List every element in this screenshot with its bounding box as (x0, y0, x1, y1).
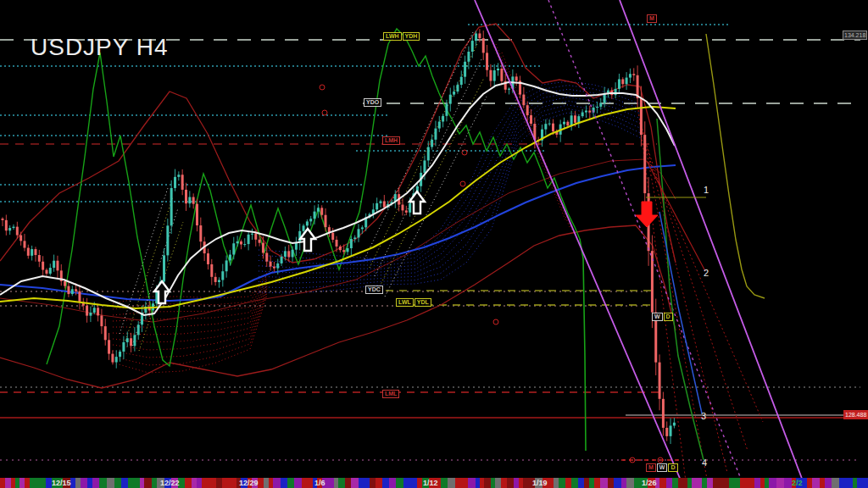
candle-up (358, 229, 360, 237)
strip-block (121, 478, 128, 488)
strip-block (359, 478, 365, 488)
candle-up (508, 89, 510, 90)
candle-up (442, 116, 444, 122)
candle-up (376, 203, 378, 209)
strip-block (345, 478, 351, 488)
candle-down (336, 240, 338, 247)
candle-up (453, 92, 455, 95)
candle-down (566, 122, 569, 126)
candle-down (210, 264, 213, 277)
candle-up (460, 77, 463, 85)
candle-up (629, 74, 632, 77)
strip-block (171, 478, 178, 488)
candle-down (262, 243, 264, 253)
candle-down (265, 252, 268, 261)
cloud-fill-row (113, 286, 267, 342)
candle-up (177, 175, 180, 177)
strip-block (857, 478, 864, 488)
strip-block (659, 478, 666, 488)
candle-up (423, 160, 426, 172)
strip-block (294, 478, 302, 488)
candle-down (331, 233, 334, 240)
candle-up (427, 147, 430, 161)
candle-up (174, 177, 176, 188)
candle-down (259, 240, 261, 243)
candle-down (500, 69, 503, 81)
candle-up (71, 289, 74, 294)
candle-up (314, 212, 316, 219)
candle-up (232, 243, 235, 254)
candle-down (75, 289, 77, 291)
candle-up (585, 111, 587, 113)
candle-down (640, 98, 643, 135)
candle-up (409, 203, 411, 213)
candle-down (515, 76, 518, 80)
candle-down (34, 249, 36, 255)
candle-up (456, 85, 459, 92)
candle-up (464, 62, 466, 77)
candle-up (445, 104, 448, 116)
candle-up (53, 261, 55, 268)
candle-up (236, 241, 239, 243)
candle-down (405, 210, 408, 212)
candle-down (27, 248, 30, 256)
candle-down (643, 135, 646, 193)
candle-up (218, 280, 220, 281)
strip-block (396, 478, 403, 488)
candle-up (163, 255, 165, 281)
strip-block (216, 478, 222, 488)
strip-block (468, 478, 476, 488)
candle-up (475, 33, 477, 41)
candle-down (588, 111, 591, 113)
projection-olive (706, 34, 765, 298)
strip-block (441, 478, 448, 488)
candle-up (563, 122, 565, 125)
candle-up (49, 268, 52, 274)
candle-up (618, 79, 620, 88)
candle-down (86, 306, 88, 316)
candle-down (214, 277, 217, 282)
chart-canvas[interactable] (0, 0, 868, 488)
candle-down (659, 363, 661, 399)
strip-block (812, 478, 820, 488)
up-arrow-icon (409, 191, 425, 214)
candle-up (431, 140, 433, 147)
strip-block (178, 478, 185, 488)
candle-up (225, 260, 228, 271)
strip-block (507, 478, 514, 488)
strip-block (202, 478, 209, 488)
strip-block (696, 478, 702, 488)
signal-marker (322, 110, 327, 115)
candle-up (615, 89, 617, 95)
candle-up (221, 271, 224, 280)
candle-up (303, 225, 305, 230)
candle-down (207, 253, 209, 264)
candle-down (104, 326, 107, 340)
strip-block (608, 478, 614, 488)
candle-up (284, 251, 287, 257)
strip-block (351, 478, 359, 488)
candle-up (604, 93, 606, 103)
candle-up (434, 129, 437, 140)
signal-marker (460, 181, 465, 186)
strip-block (241, 478, 248, 488)
candle-down (2, 219, 4, 220)
timeline-strip (0, 478, 868, 488)
strip-block (578, 478, 584, 488)
strip-block (565, 478, 571, 488)
candle-down (574, 115, 576, 123)
candle-up (126, 338, 129, 342)
strip-block (252, 478, 258, 488)
candle-up (276, 263, 279, 269)
strip-block (273, 478, 281, 488)
candle-down (662, 399, 665, 428)
signal-marker (320, 85, 325, 90)
strip-block (713, 478, 720, 488)
cloud-fill-row (113, 275, 267, 309)
strip-block (839, 478, 845, 488)
strip-block (281, 478, 287, 488)
strip-block (571, 478, 578, 488)
strip-block (626, 478, 634, 488)
strip-block (99, 478, 107, 488)
candle-up (599, 103, 602, 107)
